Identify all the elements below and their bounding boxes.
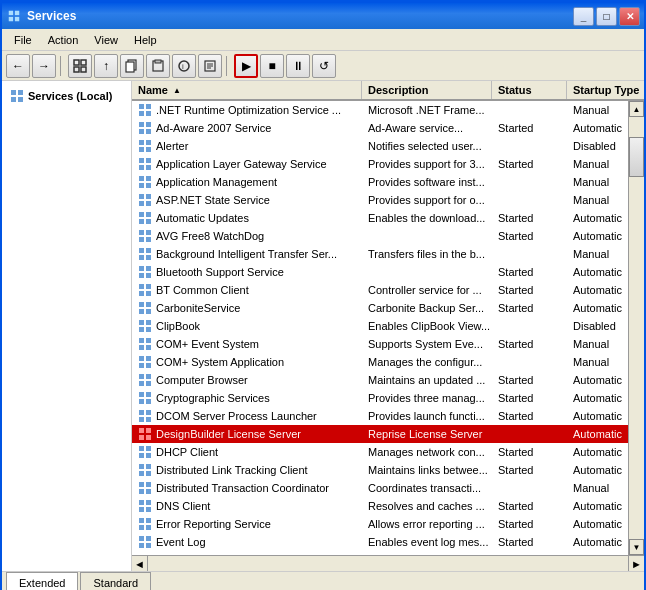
- cell-startup: Disabled: [567, 317, 628, 335]
- back-button[interactable]: ←: [6, 54, 30, 78]
- tab-standard[interactable]: Standard: [80, 572, 151, 590]
- table-row[interactable]: Ad-Aware 2007 Service Ad-Aware service..…: [132, 119, 628, 137]
- forward-button[interactable]: →: [32, 54, 56, 78]
- cell-startup: Manual: [567, 155, 628, 173]
- svg-rect-99: [146, 446, 151, 451]
- table-row[interactable]: Automatic Updates Enables the download..…: [132, 209, 628, 227]
- close-button[interactable]: ✕: [619, 7, 640, 26]
- table-row[interactable]: ASP.NET State Service Provides support f…: [132, 191, 628, 209]
- cell-startup: Manual: [567, 335, 628, 353]
- table-row[interactable]: COM+ Event System Supports System Eve...…: [132, 335, 628, 353]
- horizontal-scrollbar[interactable]: ◄ ►: [132, 555, 644, 571]
- svg-rect-71: [146, 320, 151, 325]
- app-icon: [6, 8, 22, 24]
- scroll-down-arrow[interactable]: ▼: [629, 539, 644, 555]
- col-name[interactable]: Name ▲: [132, 81, 362, 99]
- up-button[interactable]: ↑: [94, 54, 118, 78]
- horizontal-track[interactable]: [148, 556, 628, 571]
- table-row[interactable]: Distributed Link Tracking Client Maintai…: [132, 461, 628, 479]
- service-icon: [138, 427, 152, 441]
- service-icon: [138, 373, 152, 387]
- scrollbar-thumb[interactable]: [629, 137, 644, 177]
- paste-button[interactable]: [146, 54, 170, 78]
- svg-rect-58: [139, 266, 144, 271]
- table-row[interactable]: .NET Runtime Optimization Service ... Mi…: [132, 101, 628, 119]
- cell-status: Started: [492, 119, 567, 137]
- table-row[interactable]: COM+ System Application Manages the conf…: [132, 353, 628, 371]
- grid-button[interactable]: [68, 54, 92, 78]
- table-row[interactable]: AVG Free8 WatchDog Started Automatic: [132, 227, 628, 245]
- menu-view[interactable]: View: [86, 32, 126, 48]
- cell-description: Provides three manag...: [362, 389, 492, 407]
- menu-action[interactable]: Action: [40, 32, 87, 48]
- scroll-right-arrow[interactable]: ►: [628, 556, 644, 571]
- svg-rect-109: [146, 489, 151, 494]
- table-row[interactable]: CarboniteService Carbonite Backup Ser...…: [132, 299, 628, 317]
- cell-description: Microsoft .NET Frame...: [362, 101, 492, 119]
- table-row[interactable]: DNS Client Resolves and caches ... Start…: [132, 497, 628, 515]
- table-row[interactable]: Cryptographic Services Provides three ma…: [132, 389, 628, 407]
- table-row[interactable]: Application Layer Gateway Service Provid…: [132, 155, 628, 173]
- minimize-button[interactable]: _: [573, 7, 594, 26]
- col-startup[interactable]: Startup Type: [567, 81, 644, 99]
- service-icon: [138, 193, 152, 207]
- col-description[interactable]: Description: [362, 81, 492, 99]
- table-row[interactable]: BT Common Client Controller service for …: [132, 281, 628, 299]
- scroll-left-arrow[interactable]: ◄: [132, 556, 148, 571]
- main-window: Services _ □ ✕ File Action View Help ← →…: [0, 0, 646, 590]
- table-body[interactable]: .NET Runtime Optimization Service ... Mi…: [132, 101, 628, 555]
- table-row[interactable]: Distributed Transaction Coordinator Coor…: [132, 479, 628, 497]
- svg-rect-46: [139, 212, 144, 217]
- cell-name: BT Common Client: [132, 281, 362, 299]
- svg-rect-32: [139, 147, 144, 152]
- svg-rect-47: [146, 212, 151, 217]
- cell-description: Transfers files in the b...: [362, 245, 492, 263]
- col-status[interactable]: Status: [492, 81, 567, 99]
- table-row[interactable]: Application Management Provides software…: [132, 173, 628, 191]
- svg-rect-24: [139, 111, 144, 116]
- table-row[interactable]: Error Reporting Service Allows error rep…: [132, 515, 628, 533]
- copy-button[interactable]: [120, 54, 144, 78]
- svg-rect-108: [139, 489, 144, 494]
- table-row[interactable]: DCOM Server Process Launcher Provides la…: [132, 407, 628, 425]
- service-icon: [138, 409, 152, 423]
- table-row[interactable]: Computer Browser Maintains an updated ..…: [132, 371, 628, 389]
- svg-rect-3: [15, 17, 19, 21]
- cell-description: Manages network con...: [362, 443, 492, 461]
- table-row[interactable]: DHCP Client Manages network con... Start…: [132, 443, 628, 461]
- properties-button-1[interactable]: i: [172, 54, 196, 78]
- svg-rect-59: [146, 266, 151, 271]
- svg-rect-43: [146, 194, 151, 199]
- svg-rect-81: [146, 363, 151, 368]
- table-row[interactable]: Event Log Enables event log mes... Start…: [132, 533, 628, 551]
- tab-extended[interactable]: Extended: [6, 572, 78, 590]
- vertical-scrollbar[interactable]: ▲ ▼: [628, 101, 644, 555]
- menu-file[interactable]: File: [6, 32, 40, 48]
- table-row[interactable]: Bluetooth Support Service Started Automa…: [132, 263, 628, 281]
- svg-rect-66: [139, 302, 144, 307]
- table-header: Name ▲ Description Status Startup Type: [132, 81, 644, 101]
- svg-rect-68: [139, 309, 144, 314]
- cell-description: Provides software inst...: [362, 173, 492, 191]
- restart-button[interactable]: ↺: [312, 54, 336, 78]
- menu-help[interactable]: Help: [126, 32, 165, 48]
- svg-rect-62: [139, 284, 144, 289]
- cell-status: Started: [492, 443, 567, 461]
- scrollbar-track[interactable]: [629, 117, 644, 539]
- scroll-up-arrow[interactable]: ▲: [629, 101, 644, 117]
- service-icon: [138, 517, 152, 531]
- maximize-button[interactable]: □: [596, 7, 617, 26]
- table-row[interactable]: Background Intelligent Transfer Ser... T…: [132, 245, 628, 263]
- service-icon: [138, 229, 152, 243]
- pause-button[interactable]: ⏸: [286, 54, 310, 78]
- play-button[interactable]: ▶: [234, 54, 258, 78]
- properties-button-2[interactable]: [198, 54, 222, 78]
- cell-name: Cryptographic Services: [132, 389, 362, 407]
- stop-button[interactable]: ■: [260, 54, 284, 78]
- cell-status: [492, 173, 567, 191]
- table-row[interactable]: ClipBook Enables ClipBook View... Disabl…: [132, 317, 628, 335]
- table-row[interactable]: Alerter Notifies selected user... Disabl…: [132, 137, 628, 155]
- service-icon: [138, 175, 152, 189]
- svg-rect-115: [146, 518, 151, 523]
- table-row[interactable]: DesignBuilder License Server Reprise Lic…: [132, 425, 628, 443]
